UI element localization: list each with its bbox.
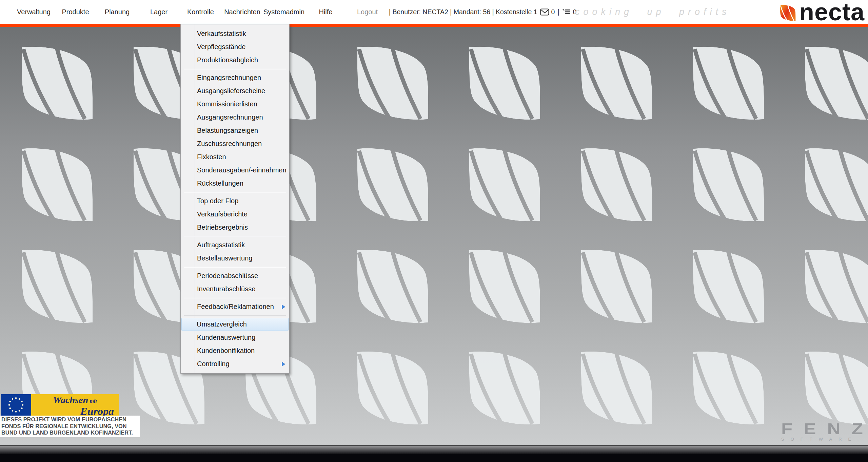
menu-item-ausgangslieferscheine[interactable]: Ausgangslieferscheine: [181, 84, 289, 98]
session-info: | Benutzer: NECTA2 | Mandant: 56 | Koste…: [389, 0, 576, 24]
menu-item-eingangsrechnungen[interactable]: Eingangsrechnungen: [181, 71, 289, 84]
menu-item-betriebsergebnis[interactable]: Betriebsergebnis: [181, 221, 289, 234]
menu-item-umsatzvergleich[interactable]: Umsatzvergleich: [181, 318, 289, 331]
brand-tagline: cooking up profits: [575, 0, 730, 24]
menu-item-label: Auftragsstatistik: [197, 241, 245, 249]
menu-item-label: Inventurabschlüsse: [197, 285, 255, 293]
eu-title-europa: Europa: [31, 406, 119, 416]
eu-banner-yellow: Wachsen mit Europa: [31, 394, 119, 416]
menu-item-produktionsabgleich[interactable]: Produktionsabgleich: [181, 54, 289, 67]
nav-item-planung[interactable]: Planung: [96, 8, 138, 16]
menu-item-label: Produktionsabgleich: [197, 56, 258, 64]
brand-logo: necta: [780, 0, 865, 24]
necta-leaf-icon: [780, 4, 796, 22]
menu-item-kundenbonifikation[interactable]: Kundenbonifikation: [181, 344, 289, 357]
eu-banner-logo: Wachsen mit Europa: [1, 394, 119, 416]
top-menubar: VerwaltungProduktePlanungLagerKontrolleN…: [0, 0, 868, 24]
menu-item-label: Umsatzvergleich: [197, 320, 247, 328]
menu-item-feedback-reklamationen[interactable]: Feedback/Reklamationen: [181, 300, 289, 313]
menu-item-auftragsstatistik[interactable]: Auftragsstatistik: [181, 238, 289, 252]
task-list-icon: [562, 8, 571, 16]
menu-item-label: Verkaufsberichte: [197, 210, 248, 218]
nav-item-nachrichten[interactable]: Nachrichten: [221, 8, 263, 16]
menu-item-label: Controlling: [197, 360, 230, 368]
nav-item-verwaltung[interactable]: Verwaltung: [13, 8, 55, 16]
menu-item-sonderausgaben-einnahmen[interactable]: Sonderausgaben/-einnahmen: [181, 164, 289, 177]
eu-disclaimer: DIESES PROJEKT WIRD VOM EUROPÄISCHEN FON…: [0, 416, 140, 437]
menu-item-label: Kommissionierlisten: [197, 100, 257, 108]
menu-separator: [184, 236, 286, 236]
menu-separator: [184, 69, 286, 69]
menu-separator: [184, 315, 286, 316]
footer-black-bar: [0, 454, 868, 462]
menu-item-label: Sonderausgaben/-einnahmen: [197, 166, 287, 174]
menu-separator: [184, 192, 286, 192]
main-nav: VerwaltungProduktePlanungLagerKontrolleN…: [13, 0, 388, 24]
kontrolle-dropdown-menu: VerkaufsstatistikVerpflegsständeProdukti…: [180, 24, 290, 374]
envelope-icon: [540, 8, 549, 16]
menu-item-label: Zuschussrechnungen: [197, 140, 262, 148]
fenz-watermark: FENZ SOFTWARE: [781, 421, 860, 442]
application-window: VerwaltungProduktePlanungLagerKontrolleN…: [0, 0, 868, 462]
menu-item-label: Ausgangsrechnungen: [197, 113, 263, 121]
menu-item-label: Periodenabschlüsse: [197, 272, 258, 280]
menu-item-top-oder-flop[interactable]: Top oder Flop: [181, 194, 289, 208]
nav-item-produkte[interactable]: Produkte: [55, 8, 96, 16]
menu-item-label: Kundenauswertung: [197, 334, 255, 341]
menu-item-fixkosten[interactable]: Fixkosten: [181, 150, 289, 164]
eu-disclaimer-line-3: BUND UND LAND BURGENLAND KOFINANZIERT.: [1, 429, 140, 436]
menu-item-kundenauswertung[interactable]: Kundenauswertung: [181, 331, 289, 344]
nav-item-systemadmin[interactable]: Systemadmin: [263, 8, 305, 16]
menu-item-ausgangsrechnungen[interactable]: Ausgangsrechnungen: [181, 111, 289, 124]
menu-item-bestellauswertung[interactable]: Bestellauswertung: [181, 252, 289, 265]
menu-item-inventurabschlüsse[interactable]: Inventurabschlüsse: [181, 282, 289, 296]
menu-item-label: Ausgangslieferscheine: [197, 87, 265, 95]
menu-item-zuschussrechnungen[interactable]: Zuschussrechnungen: [181, 137, 289, 150]
submenu-arrow-icon: [282, 304, 285, 309]
menu-item-periodenabschlüsse[interactable]: Periodenabschlüsse: [181, 269, 289, 282]
nav-item-hilfe[interactable]: Hilfe: [305, 8, 347, 16]
indicator-divider: |: [557, 8, 559, 16]
submenu-arrow-icon: [282, 362, 285, 366]
menu-item-kommissionierlisten[interactable]: Kommissionierlisten: [181, 98, 289, 111]
fenz-name: FENZ: [781, 421, 868, 436]
brand-name: necta: [799, 0, 865, 24]
menu-item-label: Kundenbonifikation: [197, 347, 255, 355]
menu-item-label: Fixkosten: [197, 153, 226, 161]
menu-item-label: Eingangsrechnungen: [197, 74, 261, 82]
eu-disclaimer-line-2: FONDS FÜR REGIONALE ENTWICKLUNG, VON: [1, 423, 140, 430]
mail-indicator[interactable]: 0: [540, 8, 555, 16]
eu-title-small: mit: [90, 398, 97, 404]
menu-item-verkaufsstatistik[interactable]: Verkaufsstatistik: [181, 27, 289, 40]
menu-item-label: Betriebsergebnis: [197, 224, 248, 231]
menu-item-label: Rückstellungen: [197, 180, 243, 187]
task-indicator[interactable]: 0: [562, 8, 577, 16]
menu-item-belastungsanzeigen[interactable]: Belastungsanzeigen: [181, 124, 289, 137]
menu-item-rückstellungen[interactable]: Rückstellungen: [181, 177, 289, 190]
menu-item-label: Bestellauswertung: [197, 254, 252, 262]
menu-separator: [184, 267, 286, 267]
eu-title-main: Wachsen: [53, 395, 88, 405]
background-pattern: [0, 0, 868, 462]
menu-item-verkaufsberichte[interactable]: Verkaufsberichte: [181, 208, 289, 221]
nav-item-kontrolle[interactable]: Kontrolle: [180, 8, 221, 16]
menu-item-label: Feedback/Reklamationen: [197, 303, 274, 311]
menu-separator: [184, 298, 286, 298]
eu-disclaimer-line-1: DIESES PROJEKT WIRD VOM EUROPÄISCHEN: [1, 416, 140, 423]
menu-item-controlling[interactable]: Controlling: [181, 357, 289, 371]
eu-flag: [1, 394, 31, 416]
mail-count: 0: [551, 8, 555, 16]
user-info-text: | Benutzer: NECTA2 | Mandant: 56 | Koste…: [389, 8, 537, 16]
menu-item-label: Belastungsanzeigen: [197, 127, 258, 134]
footer-gradient-bar: [0, 446, 868, 454]
menu-item-verpflegsstände[interactable]: Verpflegsstände: [181, 40, 289, 54]
menu-item-label: Verkaufsstatistik: [197, 30, 246, 38]
logout-button[interactable]: Logout: [347, 8, 388, 16]
nav-item-lager[interactable]: Lager: [138, 8, 180, 16]
menu-item-label: Top oder Flop: [197, 197, 238, 205]
accent-bar: [0, 24, 868, 27]
menu-item-label: Verpflegsstände: [197, 43, 245, 51]
